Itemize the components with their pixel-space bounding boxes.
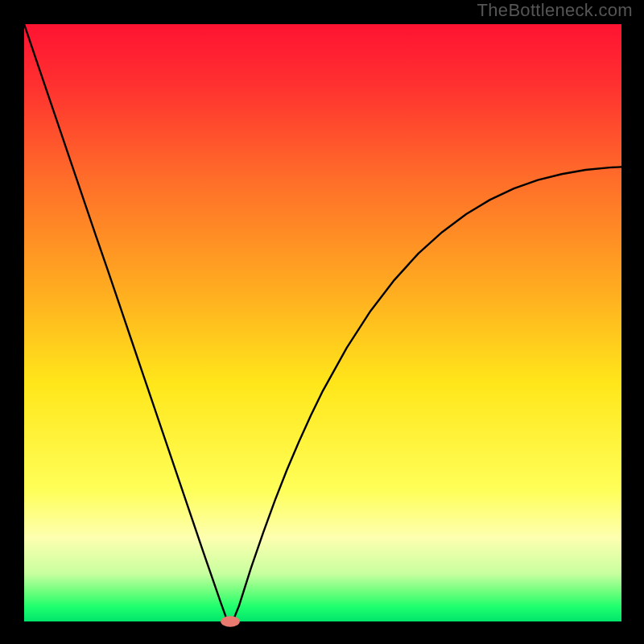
watermark-text: TheBottleneck.com [477,0,633,21]
optimal-point-marker [221,616,240,626]
bottleneck-chart [0,0,644,644]
chart-frame: TheBottleneck.com [0,0,644,644]
plot-background [24,24,621,621]
